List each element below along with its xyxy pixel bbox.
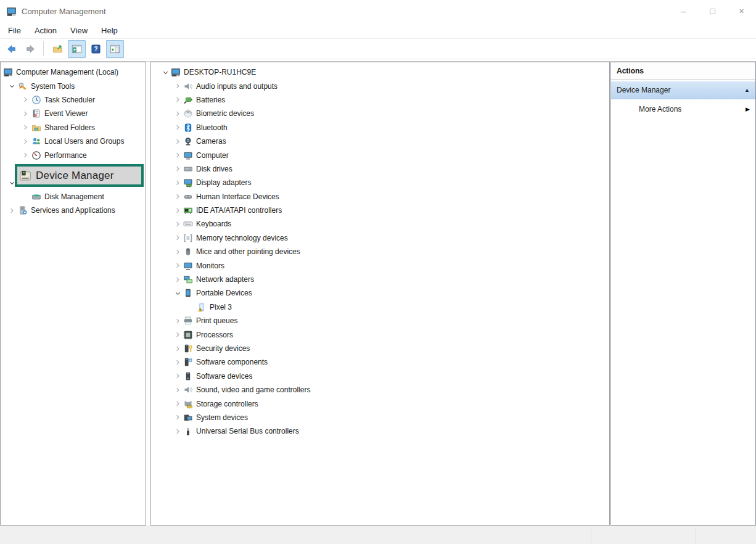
tree-item-disk-drives[interactable]: Disk drives <box>151 162 609 176</box>
tree-item-desktop-ru1hc9e[interactable]: DESKTOP-RU1HC9E <box>151 65 609 79</box>
expander-spacer <box>19 192 31 202</box>
tree-item-shared-folders[interactable]: Shared Folders <box>1 121 146 134</box>
tree-item-computer-management-local[interactable]: Computer Management (Local) <box>1 65 146 79</box>
forward-button[interactable] <box>22 40 39 58</box>
tree-item-local-users-and-groups[interactable]: Local Users and Groups <box>1 134 146 148</box>
tree-item-memory-technology-devices[interactable]: Memory technology devices <box>151 231 609 245</box>
tree-item-cameras[interactable]: Cameras <box>151 134 609 148</box>
tree-item-services-and-applications[interactable]: Services and Applications <box>1 204 146 217</box>
tree-item-print-queues[interactable]: Print queues <box>151 314 609 328</box>
tree-item-system-tools[interactable]: System Tools <box>1 79 146 93</box>
collapsed-chevron-icon[interactable] <box>172 330 183 340</box>
tree-item-label: Pixel 3 <box>210 303 232 311</box>
folder-arrow-icon <box>52 44 63 54</box>
tree-item-system-devices[interactable]: System devices <box>151 411 609 424</box>
collapsed-chevron-icon[interactable] <box>172 150 183 160</box>
tree-item-security-devices[interactable]: Security devices <box>151 342 609 355</box>
tree-item-portable-devices[interactable]: Portable Devices <box>151 286 609 300</box>
tree-item-display-adapters[interactable]: Display adapters <box>151 176 609 189</box>
collapsed-chevron-icon[interactable] <box>172 357 183 367</box>
maximize-button[interactable]: □ <box>698 0 727 22</box>
tree-item-pixel-3[interactable]: Pixel 3 <box>151 300 609 314</box>
tree-item-biometric-devices[interactable]: Biometric devices <box>151 107 609 120</box>
monitor-icon <box>183 150 193 160</box>
tree-item-batteries[interactable]: Batteries <box>151 93 609 107</box>
menu-view[interactable]: View <box>64 26 94 35</box>
collapsed-chevron-icon[interactable] <box>172 247 183 257</box>
menu-action[interactable]: Action <box>28 26 64 35</box>
collapsed-chevron-icon[interactable] <box>19 123 31 133</box>
keyboard-icon <box>183 219 193 229</box>
minimize-button[interactable]: – <box>669 0 698 22</box>
collapsed-chevron-icon[interactable] <box>172 261 183 271</box>
menu-help[interactable]: Help <box>94 26 125 35</box>
collapsed-chevron-icon[interactable] <box>172 371 183 381</box>
expanded-chevron-icon[interactable] <box>160 67 171 77</box>
export-list-button[interactable] <box>49 40 67 58</box>
tree-item-label: Audio inputs and outputs <box>196 82 277 91</box>
tree-item-software-components[interactable]: Software components <box>151 355 609 369</box>
tree-item-sound-video-and-game-controllers[interactable]: Sound, video and game controllers <box>151 383 609 397</box>
tree-item-ide-ata-atapi-controllers[interactable]: IDE ATA/ATAPI controllers <box>151 204 609 217</box>
collapsed-chevron-icon[interactable] <box>19 109 31 118</box>
expanded-chevron-icon[interactable] <box>172 288 183 298</box>
collapsed-chevron-icon[interactable] <box>172 344 183 353</box>
tree-item-processors[interactable]: Processors <box>151 328 609 341</box>
expanded-chevron-icon[interactable] <box>6 81 18 91</box>
collapsed-chevron-icon[interactable] <box>172 178 183 188</box>
collapsed-chevron-icon[interactable] <box>19 150 31 160</box>
show-console-tree-button[interactable] <box>68 40 86 58</box>
tree-item-task-scheduler[interactable]: Task Scheduler <box>1 93 146 107</box>
tree-item-software-devices[interactable]: Software devices <box>151 369 609 383</box>
collapsed-chevron-icon[interactable] <box>172 164 183 174</box>
tree-item-label: Network adapters <box>196 275 254 284</box>
collapsed-chevron-icon[interactable] <box>172 426 183 436</box>
tree-item-label: Computer <box>196 151 229 160</box>
more-actions-item[interactable]: More Actions ▶ <box>611 99 755 119</box>
collapsed-chevron-icon[interactable] <box>172 233 183 243</box>
collapsed-chevron-icon[interactable] <box>6 205 18 215</box>
expander-spacer <box>186 302 197 312</box>
collapsed-chevron-icon[interactable] <box>172 205 183 215</box>
menu-file[interactable]: File <box>1 26 28 35</box>
tree-item-bluetooth[interactable]: Bluetooth <box>151 121 609 134</box>
collapsed-chevron-icon[interactable] <box>172 192 183 202</box>
tree-item-label: Services and Applications <box>31 206 115 215</box>
tree-item-audio-inputs-and-outputs[interactable]: Audio inputs and outputs <box>151 79 609 93</box>
tree-item-monitors[interactable]: Monitors <box>151 258 609 272</box>
actions-section-device-manager[interactable]: Device Manager ▲ <box>611 81 755 99</box>
collapsed-chevron-icon[interactable] <box>172 136 183 146</box>
collapsed-chevron-icon[interactable] <box>172 109 183 118</box>
collapsed-chevron-icon[interactable] <box>172 413 183 422</box>
tree-item-human-interface-devices[interactable]: Human Interface Devices <box>151 190 609 204</box>
tree-item-keyboards[interactable]: Keyboards <box>151 217 609 231</box>
tree-item-storage-controllers[interactable]: Storage controllers <box>151 397 609 410</box>
collapsed-chevron-icon[interactable] <box>172 316 183 326</box>
collapsed-chevron-icon[interactable] <box>172 219 183 229</box>
back-button[interactable] <box>2 40 20 58</box>
tree-item-network-adapters[interactable]: Network adapters <box>151 273 609 286</box>
tree-item-universal-serial-bus-controllers[interactable]: Universal Serial Bus controllers <box>151 424 609 438</box>
collapsed-chevron-icon[interactable] <box>172 95 183 105</box>
tree-item-mice-and-other-pointing-devices[interactable]: Mice and other pointing devices <box>151 245 609 258</box>
annotation-highlight-device-manager[interactable]: Device Manager <box>15 164 144 187</box>
collapsed-chevron-icon[interactable] <box>172 274 183 284</box>
collapsed-chevron-icon[interactable] <box>172 385 183 395</box>
help-button[interactable]: ? <box>87 40 105 58</box>
actions-section-title: Device Manager <box>617 86 670 94</box>
services-applications-icon <box>18 205 28 215</box>
collapsed-chevron-icon[interactable] <box>19 136 31 146</box>
tree-item-performance[interactable]: Performance <box>1 148 146 162</box>
tree-item-computer[interactable]: Computer <box>151 148 609 162</box>
tree-item-disk-management[interactable]: Disk Management <box>1 190 146 204</box>
collapsed-chevron-icon[interactable] <box>172 399 183 409</box>
tree-item-label: Performance <box>44 151 87 160</box>
tree-item-event-viewer[interactable]: Event Viewer <box>1 107 146 120</box>
collapsed-chevron-icon[interactable] <box>19 95 31 105</box>
console-tree-pane: Computer Management (Local)System ToolsT… <box>0 62 146 525</box>
show-action-pane-button[interactable] <box>106 40 124 58</box>
collapsed-chevron-icon[interactable] <box>172 81 183 91</box>
close-button[interactable]: × <box>727 0 756 22</box>
collapsed-chevron-icon[interactable] <box>172 123 183 133</box>
collapse-chevron-icon[interactable]: ▲ <box>744 87 750 93</box>
